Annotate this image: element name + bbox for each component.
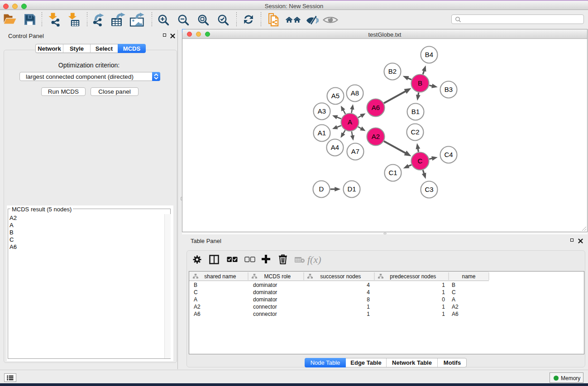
svg-text:C: C <box>418 157 423 165</box>
svg-text:A1: A1 <box>318 129 326 137</box>
svg-text:A4: A4 <box>331 143 339 151</box>
svg-text:C3: C3 <box>425 186 433 193</box>
svg-text:A6: A6 <box>372 104 380 111</box>
svg-text:A7: A7 <box>351 148 359 155</box>
svg-text:C4: C4 <box>444 151 453 158</box>
svg-text:B2: B2 <box>388 67 397 75</box>
svg-text:B1: B1 <box>411 108 420 115</box>
svg-text:C2: C2 <box>411 128 419 136</box>
svg-text:B3: B3 <box>445 86 453 93</box>
svg-text:A8: A8 <box>351 89 359 97</box>
svg-text:A2: A2 <box>372 133 380 140</box>
svg-text:C1: C1 <box>388 169 397 176</box>
svg-text:B: B <box>418 79 422 87</box>
svg-text:A: A <box>348 118 352 126</box>
svg-text:D: D <box>319 185 324 193</box>
svg-text:D1: D1 <box>347 185 356 193</box>
svg-text:B4: B4 <box>425 51 433 58</box>
svg-text:A3: A3 <box>318 107 326 115</box>
svg-text:A5: A5 <box>331 92 339 100</box>
